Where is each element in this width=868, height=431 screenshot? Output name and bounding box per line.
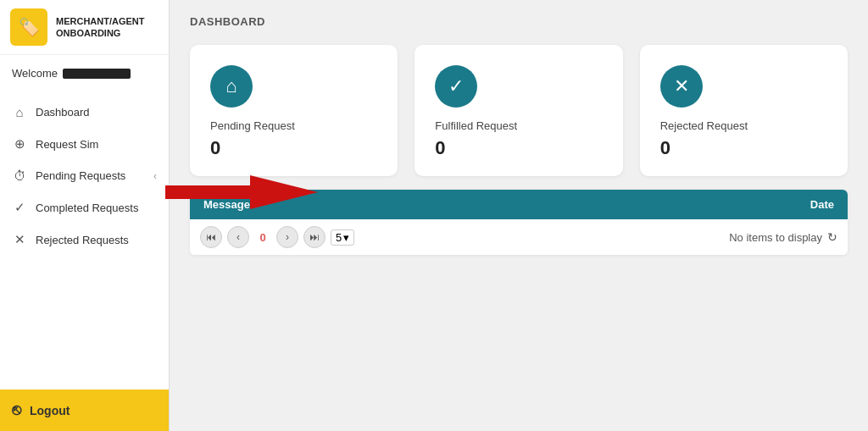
fulfilled-card-label: Fulfilled Request: [435, 119, 517, 132]
rejected-card-icon: ✕: [660, 65, 703, 108]
chevron-left-icon: ‹: [153, 170, 157, 182]
cards-row: ⌂ Pending Request 0 ✓ Fulfilled Request …: [170, 36, 868, 190]
first-page-button[interactable]: ⏮: [200, 226, 222, 248]
page-title: DASHBOARD: [170, 0, 868, 36]
x-icon: ✕: [12, 232, 27, 247]
app-title: MERCHANT/AGENT ONBOARDING: [56, 15, 145, 40]
page-size-value: 5: [336, 231, 342, 244]
logo-icon: 🏷️: [10, 8, 47, 46]
col-date-header: Date: [678, 190, 848, 219]
username-bar: [63, 69, 131, 79]
pending-card-icon: ⌂: [210, 65, 253, 108]
prev-page-button[interactable]: ‹: [227, 226, 249, 248]
table-pagination: ⏮ ‹ 0 › ⏭ 5 ▾ No items to display ↻: [190, 219, 848, 255]
rejected-card-value: 0: [660, 137, 670, 159]
sidebar: 🏷️ MERCHANT/AGENT ONBOARDING Welcome ⌂ D…: [0, 0, 170, 431]
logout-label: Logout: [30, 404, 70, 417]
page-size-dropdown[interactable]: 5 ▾: [331, 229, 354, 246]
next-page-button[interactable]: ›: [276, 226, 298, 248]
plus-circle-icon: ⊕: [12, 136, 27, 152]
main-content: DASHBOARD ⌂ Pending Request 0 ✓ Fulfille…: [170, 0, 868, 431]
sidebar-item-label: Rejected Requests: [36, 234, 129, 246]
pending-card-value: 0: [210, 137, 220, 159]
clock-icon: ⏱: [12, 169, 27, 183]
sidebar-item-label: Dashboard: [36, 106, 90, 119]
chevron-down-icon: ▾: [343, 231, 349, 244]
sidebar-item-label: Request Sim: [36, 138, 98, 151]
fulfilled-card-value: 0: [435, 137, 445, 159]
welcome-label: Welcome: [12, 67, 58, 80]
col-message-header: Message: [190, 190, 678, 219]
rejected-request-card: ✕ Rejected Request 0: [640, 45, 848, 176]
notifications-table: Message Date ⏮ ‹ 0 › ⏭ 5 ▾ No items to d…: [190, 190, 848, 255]
no-items-text: No items to display ↻: [729, 230, 837, 244]
logout-icon: ⎋: [12, 401, 21, 419]
sidebar-item-request-sim[interactable]: ⊕ Request Sim: [0, 128, 169, 160]
welcome-section: Welcome: [0, 55, 169, 88]
check-icon: ✓: [12, 200, 27, 215]
sidebar-header: 🏷️ MERCHANT/AGENT ONBOARDING: [0, 0, 169, 55]
sidebar-nav: ⌂ Dashboard ⊕ Request Sim ⏱ Pending Requ…: [0, 88, 169, 390]
last-page-button[interactable]: ⏭: [303, 226, 326, 248]
sidebar-item-label: Completed Requests: [36, 202, 138, 214]
sidebar-item-pending-requests[interactable]: ⏱ Pending Requests ‹: [0, 160, 169, 191]
refresh-icon[interactable]: ↻: [827, 230, 837, 244]
fulfilled-request-card: ✓ Fulfilled Request 0: [415, 45, 622, 176]
fulfilled-card-icon: ✓: [435, 65, 477, 108]
home-icon: ⌂: [12, 105, 27, 119]
sidebar-item-completed-requests[interactable]: ✓ Completed Requests: [0, 191, 169, 224]
rejected-card-label: Rejected Request: [660, 119, 748, 132]
pending-request-card: ⌂ Pending Request 0: [190, 45, 398, 176]
sidebar-item-rejected-requests[interactable]: ✕ Rejected Requests: [0, 224, 169, 256]
logout-button[interactable]: ⎋ Logout: [0, 390, 169, 431]
pending-card-label: Pending Request: [210, 119, 295, 132]
current-page: 0: [254, 231, 271, 244]
sidebar-item-label: Pending Requests: [36, 169, 125, 182]
table-header: Message Date: [190, 190, 848, 219]
sidebar-item-dashboard[interactable]: ⌂ Dashboard: [0, 97, 169, 128]
